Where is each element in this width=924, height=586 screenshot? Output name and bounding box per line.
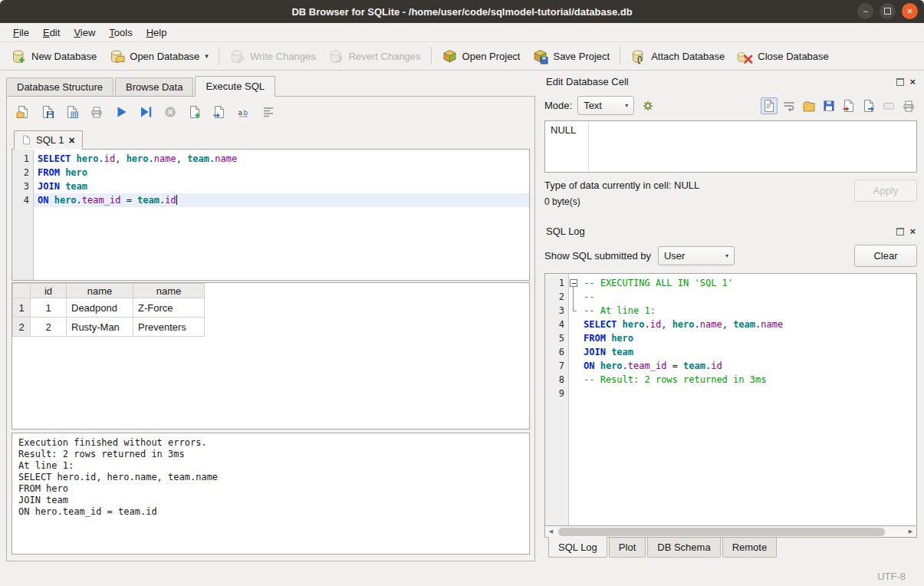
code-line: 3-- At line 1: xyxy=(545,304,916,318)
code-line: 8-- Result: 2 rows returned in 3ms xyxy=(545,373,916,387)
tab-browse-data[interactable]: Browse Data xyxy=(115,77,193,96)
row-number[interactable]: 2 xyxy=(13,318,31,337)
import-data-icon[interactable] xyxy=(840,97,857,114)
row-number[interactable]: 1 xyxy=(13,298,31,318)
code-line[interactable]: 2FROM hero xyxy=(12,166,529,179)
stop-icon xyxy=(162,104,179,120)
results-grid: idnamename 11DeadpondZ-Force22Rusty-ManP… xyxy=(12,282,530,430)
print-cell-icon[interactable] xyxy=(900,97,917,114)
new-database-button[interactable]: New Database xyxy=(5,45,103,67)
tab-execute-sql[interactable]: Execute SQL xyxy=(195,76,275,97)
autocomplete-icon[interactable]: ab xyxy=(235,104,252,120)
mode-value: Text xyxy=(584,100,602,111)
scroll-left-icon[interactable]: ◀ xyxy=(545,528,557,535)
close-tab-icon[interactable]: × xyxy=(68,135,74,146)
results-cell[interactable]: 2 xyxy=(31,318,67,337)
results-column-header[interactable]: name xyxy=(67,284,133,298)
export-data-icon[interactable] xyxy=(860,97,877,114)
close-button[interactable]: × xyxy=(902,3,918,19)
scroll-right-icon[interactable]: ▶ xyxy=(905,528,916,535)
sql-tab[interactable]: SQL 1 × xyxy=(14,130,83,150)
save-file-icon[interactable] xyxy=(820,97,837,114)
svg-text:a: a xyxy=(238,109,243,117)
toolbar-separator xyxy=(431,47,432,65)
code-line[interactable]: 1SELECT hero.id, hero.name, team.name xyxy=(12,152,529,166)
bottom-tab-plot[interactable]: Plot xyxy=(609,538,646,558)
scrollbar-track[interactable] xyxy=(557,526,905,537)
export-results-icon[interactable] xyxy=(64,104,81,120)
sql-editor[interactable]: 1SELECT hero.id, hero.name, team.name2FR… xyxy=(12,149,530,281)
open-sql-file-icon[interactable] xyxy=(15,104,31,120)
line-number: 3 xyxy=(545,304,568,318)
close-dock-icon[interactable]: × xyxy=(909,77,916,87)
toolbar-button-label: Revert Changes xyxy=(349,51,421,62)
fold-toggle-icon[interactable] xyxy=(568,276,579,290)
results-cell[interactable]: 1 xyxy=(31,298,67,318)
sql-editor-toolbar: ab xyxy=(12,100,530,127)
menu-help[interactable]: Help xyxy=(140,25,174,41)
execute-all-icon[interactable] xyxy=(113,104,130,120)
code-line[interactable]: 3JOIN team xyxy=(12,179,529,193)
execution-output[interactable]: Execution finished without errors. Resul… xyxy=(12,433,530,555)
toolbar-button-label: New Database xyxy=(31,51,97,62)
print-icon[interactable] xyxy=(88,104,105,120)
close-dock-icon[interactable]: × xyxy=(909,226,916,236)
code-line[interactable]: 4ON hero.team_id = team.id xyxy=(12,193,529,207)
code-text: -- At line 1: xyxy=(579,304,916,318)
line-number: 2 xyxy=(545,290,568,304)
menubar: FileEditViewToolsHelp xyxy=(0,23,924,42)
encoding-indicator: UTF-8 xyxy=(877,571,906,582)
menu-edit[interactable]: Edit xyxy=(36,25,67,41)
edit-cell-toolbar: Mode: Text ▾ xyxy=(544,90,917,120)
cell-info: Type of data currently in cell: NULL 0 b… xyxy=(544,173,917,222)
tab-database-structure[interactable]: Database Structure xyxy=(6,77,113,96)
menu-tools[interactable]: Tools xyxy=(102,25,139,41)
results-cell[interactable]: Rusty-Man xyxy=(67,318,133,337)
menu-view[interactable]: View xyxy=(67,25,102,41)
open-file-icon[interactable] xyxy=(801,97,817,114)
open-project-button[interactable]: Open Project xyxy=(436,45,527,67)
close-database-button[interactable]: Close Database xyxy=(731,45,835,67)
results-cell[interactable]: Deadpond xyxy=(67,298,133,318)
submitter-select[interactable]: User ▾ xyxy=(658,246,735,265)
scrollbar-thumb[interactable] xyxy=(558,528,885,536)
open-in-new-tab-icon[interactable] xyxy=(211,104,228,120)
minimize-button[interactable]: − xyxy=(857,3,873,19)
line-number: 1 xyxy=(545,276,568,290)
sql-log-view[interactable]: 1-- EXECUTING ALL IN 'SQL 1'2--3-- At li… xyxy=(544,273,917,526)
results-cell[interactable]: Preventers xyxy=(133,318,205,337)
toolbar-button-label: Save Project xyxy=(553,51,610,62)
revert-changes-button: Revert Changes xyxy=(322,45,427,67)
save-project-button[interactable]: Save Project xyxy=(526,45,616,67)
execute-current-line-icon[interactable] xyxy=(137,104,154,120)
menu-file[interactable]: File xyxy=(6,25,36,41)
bottom-tab-remote[interactable]: Remote xyxy=(722,538,778,558)
formatting-icon[interactable] xyxy=(260,104,277,120)
chevron-down-icon: ▾ xyxy=(625,102,628,109)
results-column-header[interactable]: name xyxy=(133,284,205,298)
word-wrap-icon[interactable] xyxy=(781,97,797,114)
fold-gutter xyxy=(568,331,579,345)
float-dock-icon[interactable] xyxy=(896,228,904,235)
text-cursor xyxy=(176,195,177,205)
horizontal-scrollbar[interactable]: ◀ ▶ xyxy=(544,526,917,538)
cell-editor[interactable]: NULL xyxy=(544,120,917,173)
attach-database-button[interactable]: Attach Database xyxy=(624,45,731,67)
new-sql-tab-icon[interactable] xyxy=(186,104,203,120)
float-dock-icon[interactable] xyxy=(896,78,904,86)
text-mode-icon[interactable] xyxy=(761,97,778,114)
set-null-icon xyxy=(880,97,897,114)
open-database-button[interactable]: Open Database▾ xyxy=(103,45,215,67)
save-sql-file-icon[interactable] xyxy=(39,104,56,120)
dropdown-arrow-icon[interactable]: ▾ xyxy=(205,52,209,60)
clear-log-button[interactable]: Clear xyxy=(854,245,917,267)
auto-switch-mode-icon[interactable] xyxy=(640,97,656,114)
bottom-tab-db-schema[interactable]: DB Schema xyxy=(647,538,720,558)
mode-select[interactable]: Text ▾ xyxy=(577,96,634,115)
toolbar-separator xyxy=(219,47,219,65)
maximize-button[interactable] xyxy=(880,3,896,19)
bottom-tab-sql-log[interactable]: SQL Log xyxy=(548,537,607,558)
results-column-header[interactable]: id xyxy=(31,284,67,298)
results-cell[interactable]: Z-Force xyxy=(133,298,205,318)
line-number: 1 xyxy=(12,152,33,166)
